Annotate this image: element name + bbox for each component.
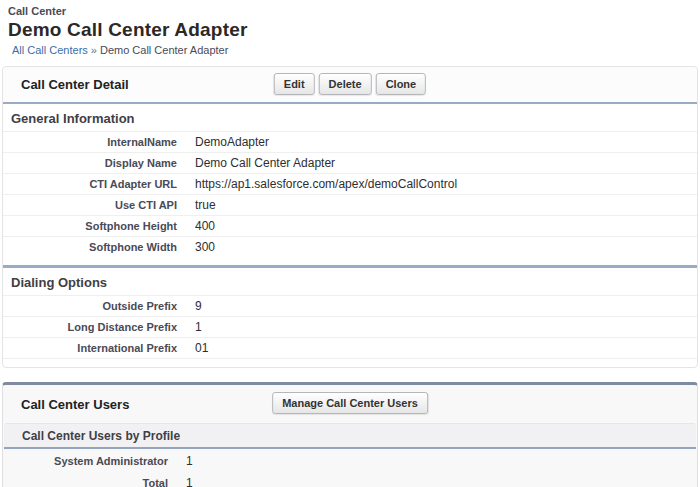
detail-header-bar: Call Center Detail Edit Delete Clone	[3, 67, 697, 104]
detail-button-group: Edit Delete Clone	[274, 73, 426, 95]
field-value: https://ap1.salesforce.com/apex/demoCall…	[185, 174, 461, 194]
profile-label: System Administrator	[3, 449, 176, 471]
field-row-long-distance-prefix: Long Distance Prefix 1	[3, 316, 697, 337]
field-value: 300	[185, 237, 219, 257]
field-value: Demo Call Center Adapter	[185, 153, 339, 173]
field-row-international-prefix: International Prefix 01	[3, 337, 697, 359]
profile-label: Total	[3, 471, 176, 487]
call-center-users-block: Call Center Users Manage Call Center Use…	[2, 382, 698, 487]
clone-button[interactable]: Clone	[376, 73, 427, 95]
page-type-label: Call Center	[8, 5, 700, 18]
field-value: DemoAdapter	[185, 132, 273, 152]
page-header: Call Center Demo Call Center Adapter All…	[0, 0, 700, 56]
field-label: Long Distance Prefix	[3, 317, 185, 337]
field-value: 9	[185, 296, 206, 316]
detail-header-title: Call Center Detail	[21, 77, 129, 92]
delete-button[interactable]: Delete	[319, 73, 372, 95]
profile-count: 1	[176, 471, 197, 487]
breadcrumb: All Call Centers»Demo Call Center Adapte…	[8, 41, 700, 56]
detail-body: General Information InternalName DemoAda…	[3, 104, 697, 367]
breadcrumb-link-all-call-centers[interactable]: All Call Centers	[12, 44, 88, 56]
users-header-bar: Call Center Users Manage Call Center Use…	[3, 385, 697, 423]
users-by-profile-subheader: Call Center Users by Profile	[4, 423, 696, 449]
section-title-general-information: General Information	[3, 104, 697, 131]
field-value: 400	[185, 216, 219, 236]
breadcrumb-current: Demo Call Center Adapter	[100, 44, 228, 56]
profile-row-system-administrator: System Administrator 1	[3, 449, 697, 471]
field-row-softphone-height: Softphone Height 400	[3, 215, 697, 236]
field-row-cti-adapter-url: CTI Adapter URL https://ap1.salesforce.c…	[3, 173, 697, 194]
field-label: InternalName	[3, 132, 185, 152]
section-title-dialing-options: Dialing Options	[3, 268, 697, 295]
field-row-outside-prefix: Outside Prefix 9	[3, 295, 697, 316]
field-row-use-cti-api: Use CTI API true	[3, 194, 697, 215]
field-label: CTI Adapter URL	[3, 174, 185, 194]
field-value: true	[185, 195, 220, 215]
users-button-group: Manage Call Center Users	[272, 392, 428, 414]
breadcrumb-separator: »	[88, 44, 100, 56]
field-label: Display Name	[3, 153, 185, 173]
field-row-internal-name: InternalName DemoAdapter	[3, 131, 697, 152]
field-value: 1	[185, 317, 206, 337]
page-title: Demo Call Center Adapter	[8, 18, 700, 41]
profile-count: 1	[176, 449, 197, 471]
manage-call-center-users-button[interactable]: Manage Call Center Users	[272, 392, 428, 414]
edit-button[interactable]: Edit	[274, 73, 315, 95]
field-value: 01	[185, 338, 212, 358]
users-header-title: Call Center Users	[21, 397, 129, 412]
field-row-softphone-width: Softphone Width 300	[3, 236, 697, 257]
call-center-detail-block: Call Center Detail Edit Delete Clone Gen…	[2, 66, 698, 368]
field-label: Softphone Width	[3, 237, 185, 257]
field-label: Use CTI API	[3, 195, 185, 215]
field-label: International Prefix	[3, 338, 185, 358]
field-row-display-name: Display Name Demo Call Center Adapter	[3, 152, 697, 173]
field-label: Softphone Height	[3, 216, 185, 236]
field-label: Outside Prefix	[3, 296, 185, 316]
profile-row-total: Total 1	[3, 471, 697, 487]
